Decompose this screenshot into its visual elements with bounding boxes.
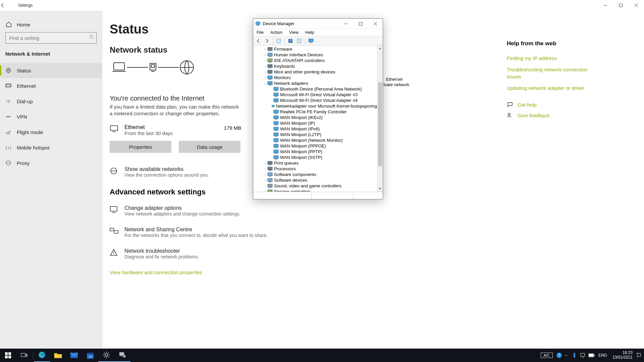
taskview-button[interactable] [16,349,32,362]
tree-node[interactable]: Netwerkadapter voor Microsoft Kernel-fou… [253,103,377,109]
taskbar-calendar[interactable]: 13 [82,349,98,362]
adapter-options[interactable]: Change adapter options View network adap… [110,205,644,217]
tree-node[interactable]: ›Mice and other pointing devices [253,69,377,75]
devmgr-tree[interactable]: ›Firmware›Human Interface Devices›IDE AT… [253,46,377,192]
taskbar-explorer[interactable] [50,349,66,362]
back-button[interactable] [0,3,17,8]
taskbar-mail[interactable] [66,349,82,362]
devmgr-maximize-button[interactable] [353,19,368,29]
tree-node[interactable]: Bluetooth Device (Personal Area Network) [253,86,377,92]
tree-node[interactable]: ›Storage controllers [253,189,377,192]
tree-node[interactable]: WAN Miniport (L2TP) [253,132,377,137]
help-link[interactable]: Updating network adapter or driver [507,85,594,92]
sharing-centre-option[interactable]: Network and Sharing Centre For the netwo… [110,227,644,238]
tray-bluetooth-icon[interactable] [572,353,580,358]
tree-node[interactable]: ⌄Network adapters [253,80,377,86]
device-manager-window[interactable]: Device Manager File Action View Help ? ›… [253,18,383,199]
sidebar-item-vpn[interactable]: VPN [0,109,102,124]
toolbar-properties-button[interactable] [275,37,282,45]
properties-button[interactable]: Properties [110,141,171,153]
devmgr-scrollbar[interactable]: ▲ ▼ [377,46,383,192]
expand-toggle[interactable]: › [263,64,267,68]
expand-toggle[interactable]: › [263,161,267,165]
tray-network-icon[interactable] [580,353,588,358]
tree-node[interactable]: WAN Miniport (Network Monitor) [253,137,377,143]
sidebar-item-proxy[interactable]: Proxy [0,155,102,171]
tray-power-chip[interactable]: A/C [541,353,553,358]
tree-node[interactable]: Microsoft Wi-Fi Direct Virtual Adapter #… [253,98,377,103]
settings-sidebar: Home Network & Internet Status Ethernet [0,11,102,362]
tree-node[interactable]: WAN Miniport (IKEv2) [253,115,377,120]
tree-node[interactable]: ›Sound, video and game controllers [253,183,377,189]
minimize-button[interactable] [598,0,613,11]
tree-node[interactable]: WAN Miniport (IP) [253,120,377,126]
tree-node[interactable]: Realtek PCIe FE Family Controller [253,109,377,115]
give-feedback-row[interactable]: Give feedback [507,112,594,118]
tree-node[interactable]: WAN Miniport (IPv6) [253,126,377,132]
menu-file[interactable]: File [257,30,264,35]
expand-toggle[interactable]: › [263,59,267,62]
tree-node[interactable]: ›Monitors [253,75,377,80]
expand-toggle[interactable]: › [263,70,267,74]
sidebar-item-ethernet[interactable]: Ethernet [0,78,102,94]
tree-node[interactable]: WAN Miniport (PPTP) [253,149,377,155]
tree-node[interactable]: ›Human Interface Devices [253,52,377,58]
devmgr-minimize-button[interactable] [338,19,353,29]
search-input[interactable] [5,32,97,44]
toolbar-help-button[interactable]: ? [287,37,294,45]
scroll-down-arrow[interactable]: ▼ [377,186,383,192]
help-link[interactable]: Finding my IP address [507,55,594,62]
expand-toggle[interactable]: › [263,53,267,57]
close-button[interactable] [629,0,644,11]
expand-toggle[interactable]: › [263,76,267,79]
expand-toggle[interactable]: ⌄ [263,81,267,85]
tree-node[interactable]: ›IDE ATA/ATAPI controllers [253,58,377,63]
maximize-button[interactable] [613,0,629,11]
view-hardware-link[interactable]: View hardware and connection properties [110,269,644,275]
tray-notifications-button[interactable] [636,353,644,358]
tray-overflow-button[interactable] [564,353,572,357]
expand-toggle[interactable]: › [263,47,267,51]
toolbar-back-button[interactable] [255,37,262,45]
expand-toggle[interactable]: › [263,184,267,188]
sidebar-item-flightmode[interactable]: Flight mode [0,124,102,140]
tray-battery-icon[interactable] [588,353,596,357]
toolbar-monitor-button[interactable] [307,37,315,45]
data-usage-button[interactable]: Data usage [179,141,240,153]
taskbar-settings[interactable] [98,349,114,362]
help-link[interactable]: Troubleshooting network connection issue… [507,66,594,80]
tray-language[interactable]: ENG [596,353,609,358]
tree-node[interactable]: ›Keyboards [253,63,377,69]
devmgr-titlebar[interactable]: Device Manager [253,19,383,29]
toolbar-scan-button[interactable] [296,37,303,45]
expand-toggle[interactable]: › [263,178,267,182]
tray-help-icon[interactable]: ? [556,352,564,358]
scroll-thumb[interactable] [378,82,382,166]
scroll-up-arrow[interactable]: ▲ [377,46,383,51]
menu-action[interactable]: Action [270,30,282,35]
troubleshooter-option[interactable]: Network troubleshooter Diagnose and fix … [110,248,644,259]
sidebar-item-dialup[interactable]: Dial-up [0,94,102,109]
taskbar-edge[interactable] [34,349,50,362]
tray-clock[interactable]: 16:23 13/01/2021 [609,351,636,360]
start-button[interactable] [0,349,16,362]
tree-node[interactable]: ›Processors [253,166,377,172]
tree-node[interactable]: ›Print queues [253,160,377,166]
tree-node[interactable]: WAN Miniport (SSTP) [253,155,377,160]
menu-help[interactable]: Help [305,30,314,35]
tree-node[interactable]: ›Firmware [253,46,377,52]
menu-view[interactable]: View [289,30,299,35]
toolbar-forward-button[interactable] [263,37,271,45]
sidebar-item-status[interactable]: Status [0,63,102,78]
sidebar-home[interactable]: Home [0,17,102,32]
tree-node[interactable]: ›Software devices [253,177,377,183]
expand-toggle[interactable]: › [263,167,267,171]
sidebar-item-hotspot[interactable]: Mobile hotspot [0,140,102,155]
expand-toggle[interactable]: › [263,173,267,176]
tree-node[interactable]: ›Software components [253,172,377,177]
tree-node[interactable]: Microsoft Wi-Fi Direct Virtual Adapter #… [253,92,377,98]
devmgr-close-button[interactable] [368,19,383,29]
tree-node[interactable]: WAN Miniport (PPPOE) [253,143,377,149]
taskbar-devmgr[interactable] [114,349,130,362]
get-help-row[interactable]: Get help [507,102,594,108]
